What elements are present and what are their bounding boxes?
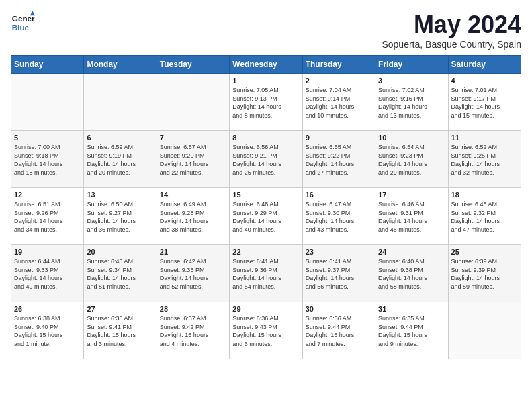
cell-content: Sunrise: 6:36 AM Sunset: 9:44 PM Dayligh…	[306, 314, 372, 348]
day-number: 26	[14, 305, 81, 313]
cell-content: Sunrise: 6:52 AM Sunset: 9:25 PM Dayligh…	[451, 143, 518, 177]
day-number: 12	[14, 191, 81, 199]
day-number: 18	[451, 191, 518, 199]
cell-content: Sunrise: 6:41 AM Sunset: 9:36 PM Dayligh…	[232, 257, 299, 291]
day-number: 7	[160, 134, 226, 142]
calendar-cell: 4Sunrise: 7:01 AM Sunset: 9:17 PM Daylig…	[448, 74, 521, 131]
logo-icon: General Blue	[11, 11, 35, 35]
day-number: 10	[378, 134, 445, 142]
cell-content: Sunrise: 6:43 AM Sunset: 9:34 PM Dayligh…	[87, 257, 153, 291]
month-title: May 2024	[382, 11, 521, 39]
cell-content: Sunrise: 6:38 AM Sunset: 9:40 PM Dayligh…	[14, 314, 81, 348]
calendar-cell	[448, 302, 521, 359]
cell-content: Sunrise: 6:37 AM Sunset: 9:42 PM Dayligh…	[160, 314, 226, 348]
calendar-cell: 11Sunrise: 6:52 AM Sunset: 9:25 PM Dayli…	[448, 131, 521, 188]
day-number: 14	[160, 191, 226, 199]
calendar-cell: 28Sunrise: 6:37 AM Sunset: 9:42 PM Dayli…	[157, 302, 229, 359]
calendar-cell: 3Sunrise: 7:02 AM Sunset: 9:16 PM Daylig…	[375, 74, 448, 131]
calendar-cell: 7Sunrise: 6:57 AM Sunset: 9:20 PM Daylig…	[157, 131, 229, 188]
cell-content: Sunrise: 6:55 AM Sunset: 9:22 PM Dayligh…	[306, 143, 372, 177]
calendar-cell: 5Sunrise: 7:00 AM Sunset: 9:18 PM Daylig…	[11, 131, 84, 188]
cell-content: Sunrise: 7:05 AM Sunset: 9:13 PM Dayligh…	[232, 86, 299, 120]
cell-content: Sunrise: 6:59 AM Sunset: 9:19 PM Dayligh…	[87, 143, 153, 177]
calendar-cell	[157, 74, 229, 131]
day-number: 4	[451, 77, 518, 85]
col-header-tuesday: Tuesday	[157, 56, 229, 74]
day-number: 19	[14, 248, 81, 256]
day-number: 24	[378, 248, 445, 256]
col-header-saturday: Saturday	[448, 56, 521, 74]
day-number: 23	[306, 248, 372, 256]
cell-content: Sunrise: 6:51 AM Sunset: 9:26 PM Dayligh…	[14, 200, 81, 234]
calendar-table: SundayMondayTuesdayWednesdayThursdayFrid…	[11, 55, 521, 359]
calendar-cell: 26Sunrise: 6:38 AM Sunset: 9:40 PM Dayli…	[11, 302, 84, 359]
cell-content: Sunrise: 6:41 AM Sunset: 9:37 PM Dayligh…	[306, 257, 372, 291]
calendar-cell: 2Sunrise: 7:04 AM Sunset: 9:14 PM Daylig…	[302, 74, 375, 131]
page-header: General Blue May 2024 Sopuerta, Basque C…	[11, 11, 521, 50]
calendar-cell: 16Sunrise: 6:47 AM Sunset: 9:30 PM Dayli…	[302, 188, 375, 245]
cell-content: Sunrise: 6:57 AM Sunset: 9:20 PM Dayligh…	[160, 143, 226, 177]
calendar-cell: 14Sunrise: 6:49 AM Sunset: 9:28 PM Dayli…	[157, 188, 229, 245]
cell-content: Sunrise: 6:38 AM Sunset: 9:41 PM Dayligh…	[87, 314, 153, 348]
svg-marker-2	[30, 11, 35, 15]
calendar-cell: 12Sunrise: 6:51 AM Sunset: 9:26 PM Dayli…	[11, 188, 84, 245]
cell-content: Sunrise: 7:04 AM Sunset: 9:14 PM Dayligh…	[306, 86, 372, 120]
calendar-cell: 8Sunrise: 6:56 AM Sunset: 9:21 PM Daylig…	[230, 131, 302, 188]
calendar-cell: 23Sunrise: 6:41 AM Sunset: 9:37 PM Dayli…	[302, 245, 375, 302]
calendar-cell: 9Sunrise: 6:55 AM Sunset: 9:22 PM Daylig…	[302, 131, 375, 188]
day-number: 22	[232, 248, 299, 256]
header-row: SundayMondayTuesdayWednesdayThursdayFrid…	[11, 56, 521, 74]
cell-content: Sunrise: 6:35 AM Sunset: 9:44 PM Dayligh…	[378, 314, 445, 348]
calendar-cell: 30Sunrise: 6:36 AM Sunset: 9:44 PM Dayli…	[302, 302, 375, 359]
day-number: 31	[378, 305, 445, 313]
calendar-cell: 25Sunrise: 6:39 AM Sunset: 9:39 PM Dayli…	[448, 245, 521, 302]
day-number: 30	[306, 305, 372, 313]
calendar-cell: 19Sunrise: 6:44 AM Sunset: 9:33 PM Dayli…	[11, 245, 84, 302]
calendar-cell: 21Sunrise: 6:42 AM Sunset: 9:35 PM Dayli…	[157, 245, 229, 302]
cell-content: Sunrise: 6:48 AM Sunset: 9:29 PM Dayligh…	[232, 200, 299, 234]
week-row-1: 1Sunrise: 7:05 AM Sunset: 9:13 PM Daylig…	[11, 74, 521, 131]
cell-content: Sunrise: 6:42 AM Sunset: 9:35 PM Dayligh…	[160, 257, 226, 291]
day-number: 29	[232, 305, 299, 313]
day-number: 16	[306, 191, 372, 199]
calendar-cell: 13Sunrise: 6:50 AM Sunset: 9:27 PM Dayli…	[84, 188, 157, 245]
location: Sopuerta, Basque Country, Spain	[382, 39, 521, 50]
week-row-5: 26Sunrise: 6:38 AM Sunset: 9:40 PM Dayli…	[11, 302, 521, 359]
day-number: 28	[160, 305, 226, 313]
cell-content: Sunrise: 7:02 AM Sunset: 9:16 PM Dayligh…	[378, 86, 445, 120]
cell-content: Sunrise: 6:40 AM Sunset: 9:38 PM Dayligh…	[378, 257, 445, 291]
calendar-cell: 31Sunrise: 6:35 AM Sunset: 9:44 PM Dayli…	[375, 302, 448, 359]
day-number: 1	[232, 77, 299, 85]
calendar-cell: 18Sunrise: 6:45 AM Sunset: 9:32 PM Dayli…	[448, 188, 521, 245]
cell-content: Sunrise: 7:01 AM Sunset: 9:17 PM Dayligh…	[451, 86, 518, 120]
cell-content: Sunrise: 6:54 AM Sunset: 9:23 PM Dayligh…	[378, 143, 445, 177]
day-number: 8	[232, 134, 299, 142]
calendar-cell: 10Sunrise: 6:54 AM Sunset: 9:23 PM Dayli…	[375, 131, 448, 188]
cell-content: Sunrise: 6:50 AM Sunset: 9:27 PM Dayligh…	[87, 200, 153, 234]
day-number: 17	[378, 191, 445, 199]
cell-content: Sunrise: 6:44 AM Sunset: 9:33 PM Dayligh…	[14, 257, 81, 291]
cell-content: Sunrise: 6:47 AM Sunset: 9:30 PM Dayligh…	[306, 200, 372, 234]
week-row-2: 5Sunrise: 7:00 AM Sunset: 9:18 PM Daylig…	[11, 131, 521, 188]
day-number: 20	[87, 248, 153, 256]
calendar-cell: 17Sunrise: 6:46 AM Sunset: 9:31 PM Dayli…	[375, 188, 448, 245]
day-number: 25	[451, 248, 518, 256]
logo: General Blue	[11, 11, 35, 35]
col-header-friday: Friday	[375, 56, 448, 74]
cell-content: Sunrise: 6:45 AM Sunset: 9:32 PM Dayligh…	[451, 200, 518, 234]
calendar-cell: 24Sunrise: 6:40 AM Sunset: 9:38 PM Dayli…	[375, 245, 448, 302]
week-row-4: 19Sunrise: 6:44 AM Sunset: 9:33 PM Dayli…	[11, 245, 521, 302]
day-number: 2	[306, 77, 372, 85]
col-header-thursday: Thursday	[302, 56, 375, 74]
cell-content: Sunrise: 6:36 AM Sunset: 9:43 PM Dayligh…	[232, 314, 299, 348]
cell-content: Sunrise: 6:39 AM Sunset: 9:39 PM Dayligh…	[451, 257, 518, 291]
cell-content: Sunrise: 6:56 AM Sunset: 9:21 PM Dayligh…	[232, 143, 299, 177]
day-number: 5	[14, 134, 81, 142]
calendar-cell: 1Sunrise: 7:05 AM Sunset: 9:13 PM Daylig…	[230, 74, 302, 131]
col-header-monday: Monday	[84, 56, 157, 74]
svg-text:Blue: Blue	[12, 23, 30, 32]
day-number: 9	[306, 134, 372, 142]
cell-content: Sunrise: 7:00 AM Sunset: 9:18 PM Dayligh…	[14, 143, 81, 177]
col-header-wednesday: Wednesday	[230, 56, 302, 74]
cell-content: Sunrise: 6:49 AM Sunset: 9:28 PM Dayligh…	[160, 200, 226, 234]
